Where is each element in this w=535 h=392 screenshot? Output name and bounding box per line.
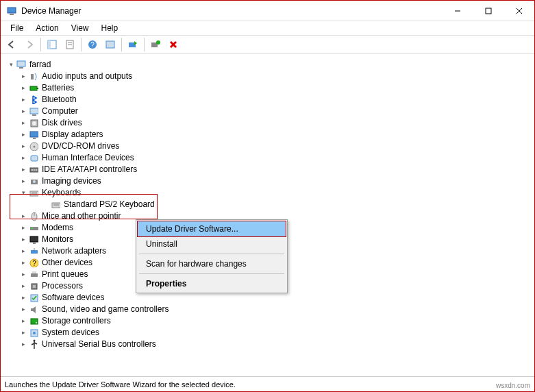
tree-category[interactable]: ▸Storage controllers — [5, 315, 534, 326]
tree-category-label: Audio inputs and outputs — [42, 71, 132, 81]
chevron-right-icon[interactable]: ▸ — [18, 271, 28, 278]
chevron-right-icon[interactable]: ▸ — [18, 177, 28, 184]
bluetooth-icon — [28, 94, 39, 105]
tree-category[interactable]: ▸Universal Serial Bus controllers — [5, 338, 534, 350]
monitor-icon — [28, 234, 39, 245]
svg-rect-47 — [30, 236, 38, 242]
svg-rect-17 — [17, 61, 25, 66]
show-hidden-button[interactable] — [102, 36, 119, 53]
ctx-uninstall[interactable]: Uninstall — [138, 236, 286, 252]
svg-rect-48 — [33, 243, 36, 244]
tree-category-label: Storage controllers — [42, 316, 111, 326]
chevron-right-icon[interactable]: ▸ — [18, 247, 28, 254]
tree-category[interactable]: ▸Sound, video and game controllers — [5, 303, 534, 315]
chevron-right-icon[interactable]: ▸ — [18, 154, 28, 161]
help-button[interactable]: ? — [84, 36, 101, 53]
toolbar: ? — [1, 35, 534, 54]
chevron-down-icon[interactable]: ▾ — [18, 189, 28, 196]
chevron-right-icon[interactable]: ▸ — [18, 143, 28, 149]
svg-rect-20 — [30, 86, 37, 90]
imaging-icon — [28, 175, 39, 186]
tree-root[interactable]: ▾ farrad — [5, 58, 534, 70]
tree-category-label: Human Interface Devices — [42, 153, 134, 162]
svg-rect-21 — [37, 88, 38, 89]
tree-category-label: Keyboards — [42, 188, 81, 197]
chevron-right-icon[interactable]: ▸ — [18, 96, 28, 103]
chevron-right-icon[interactable]: ▸ — [18, 236, 28, 243]
chevron-right-icon[interactable]: ▸ — [18, 84, 28, 91]
forward-button[interactable] — [21, 36, 38, 53]
minimize-button[interactable] — [442, 1, 473, 21]
chevron-right-icon[interactable]: ▸ — [18, 166, 28, 173]
ctx-scan[interactable]: Scan for hardware changes — [138, 256, 286, 271]
menubar: File Action View Help — [1, 21, 534, 35]
status-text: Launches the Update Driver Software Wiza… — [5, 380, 236, 389]
chevron-right-icon[interactable]: ▸ — [18, 259, 28, 266]
tree-category[interactable]: ▾Keyboards — [5, 186, 534, 198]
show-hide-tree-button[interactable] — [44, 36, 60, 53]
ide-icon — [28, 164, 39, 175]
back-button[interactable] — [3, 36, 20, 53]
tree-category-label: Software devices — [42, 293, 104, 302]
device-tree[interactable]: ▾ farrad ▸Audio inputs and outputs▸Batte… — [1, 54, 534, 376]
tree-category-label: Bluetooth — [42, 95, 77, 104]
uninstall-button[interactable] — [165, 36, 182, 53]
chevron-right-icon[interactable]: ▸ — [18, 108, 28, 114]
tree-category[interactable]: ▸IDE ATA/ATAPI controllers — [5, 163, 534, 175]
tree-category-label: Processors — [42, 281, 83, 291]
close-button[interactable] — [503, 1, 534, 21]
menu-file[interactable]: File — [5, 22, 29, 34]
svg-point-46 — [32, 228, 33, 229]
svg-point-62 — [34, 339, 36, 341]
chevron-right-icon[interactable]: ▸ — [18, 224, 28, 231]
chevron-right-icon[interactable]: ▸ — [18, 317, 28, 324]
maximize-button[interactable] — [473, 1, 503, 21]
battery-icon — [28, 82, 39, 93]
statusbar: Launches the Update Driver Software Wiza… — [1, 376, 534, 391]
tree-category[interactable]: ▸DVD/CD-ROM drives — [5, 140, 534, 151]
menu-help[interactable]: Help — [96, 22, 124, 34]
tree-category-label: DVD/CD-ROM drives — [42, 141, 119, 151]
tree-category[interactable]: ▸System devices — [5, 326, 534, 338]
tree-category[interactable]: ▸Imaging devices — [5, 175, 534, 186]
chevron-right-icon[interactable]: ▸ — [18, 212, 28, 219]
ctx-properties[interactable]: Properties — [138, 276, 286, 291]
svg-rect-0 — [8, 8, 16, 13]
tree-category[interactable]: ▸Computer — [5, 105, 534, 117]
tree-category[interactable]: ▸Audio inputs and outputs — [5, 70, 534, 82]
chevron-right-icon[interactable]: ▸ — [18, 294, 28, 301]
tree-category[interactable]: ▸Display adapters — [5, 128, 534, 140]
context-menu: Update Driver Software... Uninstall Scan… — [136, 219, 288, 293]
keyboard-icon — [50, 199, 61, 210]
tree-category[interactable]: ▸Disk drives — [5, 117, 534, 128]
tree-category[interactable]: ▸Human Interface Devices — [5, 151, 534, 163]
sound-icon — [28, 304, 39, 315]
scan-hardware-button[interactable] — [147, 36, 164, 53]
computer-icon — [28, 106, 39, 117]
svg-rect-45 — [30, 227, 38, 230]
chevron-right-icon[interactable]: ▸ — [18, 282, 28, 289]
chevron-right-icon[interactable]: ▸ — [18, 306, 28, 313]
chevron-right-icon[interactable]: ▸ — [18, 341, 28, 347]
ctx-update-driver[interactable]: Update Driver Software... — [138, 221, 286, 236]
chevron-right-icon[interactable]: ▸ — [18, 73, 28, 79]
chevron-down-icon[interactable]: ▾ — [6, 61, 16, 68]
tree-category-label: Monitors — [42, 234, 73, 244]
chevron-right-icon[interactable]: ▸ — [18, 131, 28, 138]
cpu-icon — [28, 280, 39, 291]
chevron-right-icon[interactable]: ▸ — [18, 329, 28, 336]
system-icon — [28, 327, 39, 338]
svg-rect-18 — [19, 67, 23, 69]
chevron-right-icon[interactable]: ▸ — [18, 119, 28, 126]
menu-action[interactable]: Action — [30, 22, 64, 34]
tree-device[interactable]: Standard PS/2 Keyboard — [5, 198, 534, 210]
svg-rect-23 — [32, 114, 36, 116]
tree-category[interactable]: ▸Bluetooth — [5, 93, 534, 105]
tree-category-label: Disk drives — [42, 118, 82, 127]
menu-view[interactable]: View — [66, 22, 95, 34]
update-driver-button[interactable] — [125, 36, 141, 53]
software-icon — [28, 292, 39, 303]
tree-category[interactable]: ▸Batteries — [5, 82, 534, 93]
properties-button[interactable] — [62, 36, 78, 53]
svg-rect-56 — [33, 285, 36, 288]
